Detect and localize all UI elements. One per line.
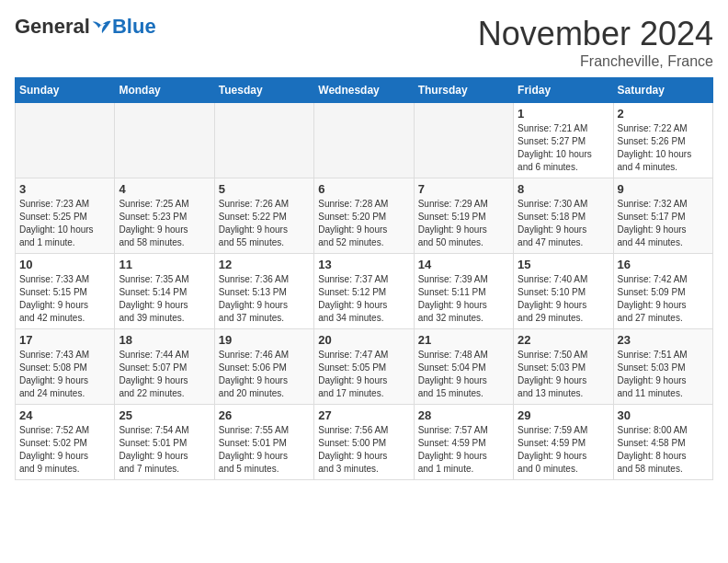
calendar-cell	[16, 103, 115, 178]
calendar-cell: 4Sunrise: 7:25 AM Sunset: 5:23 PM Daylig…	[115, 178, 214, 254]
day-info: Sunrise: 7:29 AM Sunset: 5:19 PM Dayligh…	[418, 198, 509, 249]
day-info: Sunrise: 7:33 AM Sunset: 5:15 PM Dayligh…	[19, 273, 110, 325]
calendar-cell: 3Sunrise: 7:23 AM Sunset: 5:25 PM Daylig…	[16, 178, 115, 254]
day-number: 18	[119, 333, 210, 347]
weekday-header: Monday	[115, 78, 214, 103]
day-info: Sunrise: 7:30 AM Sunset: 5:18 PM Dayligh…	[518, 198, 609, 249]
weekday-header: Saturday	[613, 78, 712, 103]
title-block: November 2024 Francheville, France	[478, 15, 713, 70]
calendar-cell: 27Sunrise: 7:56 AM Sunset: 5:00 PM Dayli…	[314, 405, 414, 480]
day-info: Sunrise: 7:42 AM Sunset: 5:09 PM Dayligh…	[618, 273, 709, 325]
location-subtitle: Francheville, France	[478, 53, 713, 70]
day-info: Sunrise: 7:39 AM Sunset: 5:11 PM Dayligh…	[418, 273, 509, 325]
day-info: Sunrise: 7:50 AM Sunset: 5:03 PM Dayligh…	[518, 349, 609, 400]
logo-bird-icon	[92, 18, 112, 35]
day-number: 23	[618, 333, 709, 347]
day-info: Sunrise: 7:56 AM Sunset: 5:00 PM Dayligh…	[318, 424, 409, 476]
day-number: 21	[418, 333, 509, 347]
day-info: Sunrise: 7:52 AM Sunset: 5:02 PM Dayligh…	[19, 424, 110, 476]
calendar-week-row: 3Sunrise: 7:23 AM Sunset: 5:25 PM Daylig…	[16, 178, 713, 254]
day-number: 7	[418, 182, 509, 196]
calendar-cell	[314, 103, 414, 178]
day-number: 13	[318, 258, 409, 271]
calendar-cell: 21Sunrise: 7:48 AM Sunset: 5:04 PM Dayli…	[414, 329, 513, 405]
day-number: 3	[19, 182, 110, 196]
day-number: 30	[618, 408, 709, 422]
day-info: Sunrise: 7:25 AM Sunset: 5:23 PM Dayligh…	[119, 198, 210, 249]
calendar-cell: 11Sunrise: 7:35 AM Sunset: 5:14 PM Dayli…	[115, 254, 214, 329]
day-number: 16	[618, 258, 709, 271]
day-number: 28	[418, 408, 509, 422]
day-number: 1	[518, 107, 609, 121]
day-number: 27	[318, 408, 409, 422]
day-info: Sunrise: 7:28 AM Sunset: 5:20 PM Dayligh…	[318, 198, 409, 249]
day-number: 9	[618, 182, 709, 196]
calendar-week-row: 1Sunrise: 7:21 AM Sunset: 5:27 PM Daylig…	[16, 103, 713, 178]
day-number: 17	[19, 333, 110, 347]
day-info: Sunrise: 7:37 AM Sunset: 5:12 PM Dayligh…	[318, 273, 409, 325]
weekday-header: Thursday	[414, 78, 513, 103]
calendar-header-row: SundayMondayTuesdayWednesdayThursdayFrid…	[16, 78, 713, 103]
day-info: Sunrise: 7:22 AM Sunset: 5:26 PM Dayligh…	[618, 122, 709, 174]
calendar-cell: 16Sunrise: 7:42 AM Sunset: 5:09 PM Dayli…	[613, 254, 712, 329]
calendar-cell: 13Sunrise: 7:37 AM Sunset: 5:12 PM Dayli…	[314, 254, 414, 329]
weekday-header: Sunday	[16, 78, 115, 103]
day-info: Sunrise: 7:55 AM Sunset: 5:01 PM Dayligh…	[219, 424, 310, 476]
calendar-cell: 19Sunrise: 7:46 AM Sunset: 5:06 PM Dayli…	[214, 329, 313, 405]
day-number: 5	[219, 182, 310, 196]
calendar-table: SundayMondayTuesdayWednesdayThursdayFrid…	[15, 77, 713, 480]
day-number: 2	[618, 107, 709, 121]
calendar-cell: 5Sunrise: 7:26 AM Sunset: 5:22 PM Daylig…	[214, 178, 313, 254]
day-info: Sunrise: 7:46 AM Sunset: 5:06 PM Dayligh…	[219, 349, 310, 400]
day-number: 22	[518, 333, 609, 347]
calendar-cell: 17Sunrise: 7:43 AM Sunset: 5:08 PM Dayli…	[16, 329, 115, 405]
calendar-week-row: 24Sunrise: 7:52 AM Sunset: 5:02 PM Dayli…	[16, 405, 713, 480]
calendar-cell: 28Sunrise: 7:57 AM Sunset: 4:59 PM Dayli…	[414, 405, 513, 480]
logo-blue-text: Blue	[112, 15, 156, 39]
day-number: 26	[219, 408, 310, 422]
day-number: 25	[119, 408, 210, 422]
day-number: 8	[518, 182, 609, 196]
calendar-cell: 25Sunrise: 7:54 AM Sunset: 5:01 PM Dayli…	[115, 405, 214, 480]
day-number: 15	[518, 258, 609, 271]
calendar-cell: 2Sunrise: 7:22 AM Sunset: 5:26 PM Daylig…	[613, 103, 712, 178]
calendar-cell	[214, 103, 313, 178]
day-number: 4	[119, 182, 210, 196]
calendar-cell: 24Sunrise: 7:52 AM Sunset: 5:02 PM Dayli…	[16, 405, 115, 480]
day-info: Sunrise: 7:23 AM Sunset: 5:25 PM Dayligh…	[19, 198, 110, 249]
calendar-cell: 8Sunrise: 7:30 AM Sunset: 5:18 PM Daylig…	[514, 178, 613, 254]
calendar-cell: 29Sunrise: 7:59 AM Sunset: 4:59 PM Dayli…	[514, 405, 613, 480]
day-number: 12	[219, 258, 310, 271]
month-title: November 2024	[478, 15, 713, 53]
day-info: Sunrise: 7:47 AM Sunset: 5:05 PM Dayligh…	[318, 349, 409, 400]
day-number: 29	[518, 408, 609, 422]
day-number: 19	[219, 333, 310, 347]
logo: General Blue	[15, 15, 156, 39]
day-info: Sunrise: 7:51 AM Sunset: 5:03 PM Dayligh…	[618, 349, 709, 400]
logo-general-text: General	[15, 15, 90, 39]
weekday-header: Wednesday	[314, 78, 414, 103]
calendar-cell: 7Sunrise: 7:29 AM Sunset: 5:19 PM Daylig…	[414, 178, 513, 254]
calendar-cell: 12Sunrise: 7:36 AM Sunset: 5:13 PM Dayli…	[214, 254, 313, 329]
day-info: Sunrise: 7:44 AM Sunset: 5:07 PM Dayligh…	[119, 349, 210, 400]
calendar-cell: 18Sunrise: 7:44 AM Sunset: 5:07 PM Dayli…	[115, 329, 214, 405]
day-number: 6	[318, 182, 409, 196]
weekday-header: Friday	[514, 78, 613, 103]
day-number: 10	[19, 258, 110, 271]
day-number: 20	[318, 333, 409, 347]
day-info: Sunrise: 7:57 AM Sunset: 4:59 PM Dayligh…	[418, 424, 509, 476]
day-info: Sunrise: 7:59 AM Sunset: 4:59 PM Dayligh…	[518, 424, 609, 476]
day-info: Sunrise: 7:26 AM Sunset: 5:22 PM Dayligh…	[219, 198, 310, 249]
day-info: Sunrise: 7:40 AM Sunset: 5:10 PM Dayligh…	[518, 273, 609, 325]
calendar-cell: 1Sunrise: 7:21 AM Sunset: 5:27 PM Daylig…	[514, 103, 613, 178]
calendar-cell: 30Sunrise: 8:00 AM Sunset: 4:58 PM Dayli…	[613, 405, 712, 480]
weekday-header: Tuesday	[214, 78, 313, 103]
day-number: 24	[19, 408, 110, 422]
calendar-cell: 22Sunrise: 7:50 AM Sunset: 5:03 PM Dayli…	[514, 329, 613, 405]
calendar-week-row: 17Sunrise: 7:43 AM Sunset: 5:08 PM Dayli…	[16, 329, 713, 405]
calendar-week-row: 10Sunrise: 7:33 AM Sunset: 5:15 PM Dayli…	[16, 254, 713, 329]
day-info: Sunrise: 7:48 AM Sunset: 5:04 PM Dayligh…	[418, 349, 509, 400]
day-number: 14	[418, 258, 509, 271]
day-info: Sunrise: 7:35 AM Sunset: 5:14 PM Dayligh…	[119, 273, 210, 325]
calendar-cell: 26Sunrise: 7:55 AM Sunset: 5:01 PM Dayli…	[214, 405, 313, 480]
